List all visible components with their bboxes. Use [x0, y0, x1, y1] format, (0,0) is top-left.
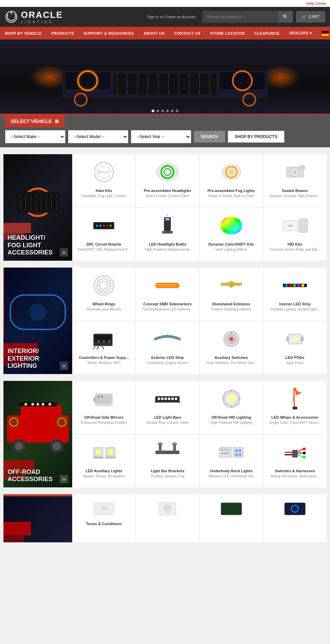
svg-line-96: [102, 346, 104, 349]
svg-point-134: [157, 397, 160, 400]
interior-banner-arrow[interactable]: »: [60, 362, 68, 370]
headlight-banner-arrow[interactable]: »: [60, 248, 68, 257]
product-bottom-4[interactable]: [263, 494, 327, 542]
svg-point-162: [159, 442, 161, 444]
preassembled-foglights-name: Pre-assembled Fog Lights: [202, 189, 260, 193]
cart-button[interactable]: 🛒 CART: [296, 11, 325, 22]
hero-dot-2[interactable]: [156, 110, 159, 112]
product-lightbar-brackets[interactable]: Light Bar Brackets Rooftop, Bumper, Fog: [136, 434, 199, 488]
led-pods-sub: Spot, Flush: [266, 361, 324, 365]
search-vehicle-button[interactable]: SEARCH: [194, 131, 225, 143]
bottom-banner-img: [3, 494, 72, 542]
svg-point-51: [96, 225, 98, 227]
svg-point-132: [101, 395, 103, 397]
product-bottom-1[interactable]: T&C Terms & Conditions: [72, 494, 135, 542]
led-lightbars-sub: Double Row, Curved, Sleek: [139, 420, 196, 425]
bottom-product-1-icon: T&C: [92, 499, 116, 518]
svg-point-137: [168, 397, 170, 400]
svg-point-189: [163, 505, 172, 513]
offroad-banner[interactable]: OFF-ROADACCESSORIES »: [3, 381, 72, 487]
language-flag[interactable]: [322, 31, 329, 36]
product-sealed-beams[interactable]: Sealed Beams Squares, Rounds, High Power…: [263, 154, 327, 207]
logo-title: ORACLE: [21, 10, 63, 20]
svg-point-183: [303, 456, 306, 459]
product-bottom-2[interactable]: [136, 494, 199, 542]
search-input[interactable]: [203, 11, 278, 22]
product-dynamic-colorshift[interactable]: Dynamic ColorSHIFT Kits Vivid Lighting E…: [200, 208, 263, 261]
product-led-pods[interactable]: LED PODs Spot, Flush: [263, 321, 327, 374]
product-aux-lights[interactable]: LED Auxiliary Lights Square, Round, All-…: [72, 434, 135, 488]
wheel-rings-sub: Illuminate your Wheels: [75, 307, 133, 312]
hero-dot-1[interactable]: [152, 110, 154, 112]
nav-contact[interactable]: CONTACT US: [169, 27, 205, 39]
svg-point-85: [293, 284, 296, 287]
offroad-banner-arrow[interactable]: »: [60, 475, 68, 483]
svg-point-104: [229, 337, 233, 341]
product-led-lightbars[interactable]: LED Light Bars Double Row, Curved, Sleek: [136, 381, 199, 434]
product-halo-kits[interactable]: ORACLE Halo Kits Headlight, Fog Light, C…: [72, 154, 135, 207]
product-controllers[interactable]: Controllers & Power Supp... Wired, Wirel…: [72, 321, 135, 374]
product-interior-led-strip[interactable]: Interior LED Strip Footwell Lighting, Ac…: [263, 268, 327, 321]
product-preassembled-foglights[interactable]: Pre-assembled Fog Lights Ready to Instal…: [200, 154, 263, 207]
product-emblems[interactable]: Illuminated Emblems Custom Glowing Emble…: [200, 268, 263, 321]
svg-point-63: [224, 220, 238, 231]
hero-dot-4[interactable]: [166, 110, 169, 112]
svg-point-173: [235, 453, 238, 456]
product-switches-harnesses[interactable]: Switches & Harnesses Wiring Harnesses, M…: [263, 434, 327, 488]
headlight-banner[interactable]: HEADLIGHT/FOG LIGHTACCESSORIES »: [3, 154, 72, 261]
product-bottom-3[interactable]: [200, 494, 263, 542]
product-exterior-led-strip[interactable]: Exterior LED Strip Underbody, Engine Acc…: [136, 321, 199, 374]
product-hid-kits[interactable]: HID HID Kits Premium Xenon Bulbs and Bal…: [263, 208, 327, 261]
logo[interactable]: ORACLE LIGHTING: [5, 10, 63, 24]
shop-products-button[interactable]: SHOP BY PRODUCTS: [228, 131, 284, 143]
emblems-icon: [218, 273, 245, 297]
hero-dot-3[interactable]: [161, 110, 164, 112]
product-wheel-rings[interactable]: Wheel Rings Illuminate your Wheels: [72, 268, 135, 321]
product-offroad-hid[interactable]: Off-Road HID Lighting High Powered HID L…: [200, 381, 263, 434]
product-sidemarkers[interactable]: Concept SMD Sidemarkers Full Replacement…: [136, 268, 199, 321]
product-led-whips[interactable]: LED Whips & Accessories Single Color, Co…: [263, 381, 327, 434]
hid-kits-icon: HID: [281, 214, 309, 238]
nav-store-locator[interactable]: STORE LOCATOR: [205, 27, 250, 39]
svg-rect-149: [293, 407, 297, 409]
hid-kits-sub: Premium Xenon Bulbs and Bal...: [266, 247, 324, 252]
svg-point-76: [100, 281, 108, 290]
product-rock-lights[interactable]: ORACLE Underbody Rock Lights Wireless LE…: [200, 434, 263, 488]
model-select[interactable]: --Select Model --: [68, 130, 128, 143]
bottom-banner[interactable]: [3, 494, 72, 542]
product-side-mirrors[interactable]: Off-Road Side Mirrors Enhanced Periphera…: [72, 381, 135, 434]
led-pods-icon: [281, 327, 309, 351]
product-aux-switches[interactable]: Auxiliary Switches Flush Switches, Pre-W…: [200, 321, 263, 374]
lightbar-brackets-name: Light Bar Brackets: [139, 469, 196, 473]
nav-support[interactable]: SUPPORT & RESOURCES: [79, 27, 139, 39]
svg-point-131: [97, 396, 100, 398]
svg-rect-57: [165, 218, 169, 221]
switches-harnesses-name: Switches & Harnesses: [266, 469, 324, 473]
interior-banner[interactable]: INTERIOR/EXTERIORLIGHTING »: [3, 268, 72, 374]
search-button[interactable]: 🔍: [278, 11, 293, 22]
product-drl-boards[interactable]: DRL Circuit Boards ColorSHIFT DRL Replac…: [72, 208, 135, 261]
auth-links[interactable]: Sign in or Create an Account: [147, 15, 196, 19]
search-bar: 🔍: [202, 11, 293, 23]
nav-dealers[interactable]: DEALERS ▾: [284, 27, 317, 39]
nav-about[interactable]: ABOUT US: [139, 27, 169, 39]
nav-shop-by-vehicle[interactable]: SHOP BY VEHICLE: [0, 27, 46, 39]
select-vehicle-button[interactable]: SELECT VEHICLE ⊞: [5, 115, 64, 127]
led-headlight-bulbs-icon: [154, 214, 181, 238]
year-select[interactable]: --Select Year --: [131, 130, 191, 143]
hero-dot-5[interactable]: [171, 110, 174, 112]
side-mirrors-icon: [90, 387, 118, 411]
make-select[interactable]: --Select Make --: [5, 130, 65, 143]
help-center-link[interactable]: Help Center: [306, 1, 327, 5]
svg-point-172: [239, 449, 241, 452]
vehicle-dropdowns: --Select Make -- --Select Model -- --Sel…: [5, 130, 325, 143]
svg-rect-15: [220, 72, 265, 89]
hero-dot-6[interactable]: [176, 110, 178, 112]
nav-clearance[interactable]: CLEARANCE: [250, 27, 285, 39]
led-whips-icon: [281, 387, 309, 411]
product-preassembled-headlights[interactable]: Pre-assembled Headlights Built to Order,…: [136, 154, 199, 207]
interior-section: INTERIOR/EXTERIORLIGHTING » Wheel Rings …: [3, 268, 327, 374]
svg-marker-150: [296, 390, 302, 396]
product-led-headlight-bulbs[interactable]: LED Headlight Bulbs High Powered Replace…: [136, 208, 199, 261]
nav-products[interactable]: PRODUCTS: [46, 27, 79, 39]
